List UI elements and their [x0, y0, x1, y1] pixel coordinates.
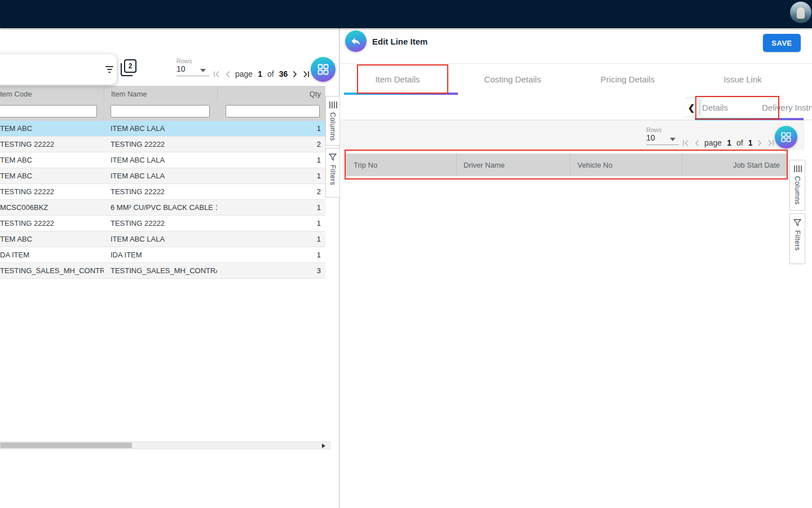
- cell-item-name: ITEM ABC LALA: [104, 168, 217, 183]
- cell-item-name: TESTING 22222: [104, 216, 217, 231]
- columns-tool-label: Columns: [329, 112, 337, 141]
- scroll-right-arrow[interactable]: [322, 444, 325, 448]
- filter-input-item-name[interactable]: [111, 105, 210, 117]
- of-word: of: [267, 69, 274, 78]
- page-current: 1: [727, 138, 731, 147]
- page-word: page: [704, 138, 722, 147]
- pages-count: 2: [124, 59, 136, 73]
- table-row[interactable]: TEM ABC ITEM ABC LALA 1: [0, 121, 325, 137]
- columns-tool-tab[interactable]: Columns: [325, 96, 339, 146]
- cell-item-name: ITEM ABC LALA: [104, 231, 217, 247]
- tab-costing-details[interactable]: Costing Details: [455, 64, 570, 95]
- caret-down-icon: [200, 69, 206, 72]
- table-row[interactable]: TESTING 22222 TESTING 22222 2: [0, 184, 325, 200]
- left-table-body: TEM ABC ITEM ABC LALA 1 TESTING 22222 TE…: [0, 121, 325, 279]
- column-header-job-start-date[interactable]: Job Start Date: [682, 154, 787, 176]
- table-row[interactable]: TESTING 22222 TESTING 22222 1: [0, 216, 325, 231]
- columns-icon: [329, 102, 337, 108]
- last-page-button[interactable]: [303, 71, 310, 78]
- top-navigation-bar: [0, 0, 812, 28]
- grid-icon: [316, 63, 330, 76]
- rows-value: 10: [646, 133, 655, 142]
- grid-icon: [780, 131, 792, 143]
- back-button[interactable]: [345, 30, 367, 52]
- filter-list-icon[interactable]: [105, 65, 113, 73]
- right-pagination: page 1 of 1: [682, 136, 774, 150]
- cell-qty: 3: [217, 263, 325, 278]
- copy-pages-icon[interactable]: 2: [121, 59, 136, 76]
- search-input[interactable]: [3, 61, 105, 78]
- filter-input-item-code[interactable]: [0, 105, 97, 117]
- table-row[interactable]: DA ITEM IDA ITEM 1: [0, 247, 325, 263]
- funnel-icon: [793, 219, 801, 226]
- last-page-button[interactable]: [767, 139, 774, 147]
- cell-item-name: TESTING 22222: [104, 184, 217, 199]
- filters-tool-label: Filters: [793, 230, 801, 251]
- cell-item-code: TEM ABC: [0, 172, 104, 180]
- cell-item-code: TESTING 22222: [0, 219, 104, 227]
- filters-tool-tab[interactable]: Filters: [789, 213, 805, 264]
- cell-qty: 1: [217, 200, 325, 215]
- cell-qty: 1: [217, 152, 325, 168]
- filters-tool-tab[interactable]: Filters: [325, 148, 339, 198]
- chevron-left-icon: ❮: [688, 103, 695, 113]
- grid-view-button[interactable]: [775, 126, 797, 148]
- cell-item-code: TEM ABC: [0, 124, 104, 133]
- left-pagination: page 1 of 36: [213, 67, 310, 81]
- prev-page-button[interactable]: [225, 71, 230, 78]
- left-table-filter-row: [0, 102, 325, 121]
- table-row[interactable]: TESTING 22222 TESTING 22222 2: [0, 137, 325, 152]
- tab-item-details[interactable]: Item Details: [340, 64, 455, 95]
- table-row[interactable]: TESTING_SALES_MH_CONTRACT TESTING_SALES_…: [0, 263, 325, 279]
- first-page-button[interactable]: [682, 139, 689, 147]
- rows-label: Rows: [646, 126, 679, 133]
- cell-item-code: TESTING_SALES_MH_CONTRACT: [0, 266, 104, 275]
- rows-per-page-select[interactable]: 10: [176, 64, 209, 76]
- filters-tool-label: Filters: [329, 165, 337, 185]
- cell-item-code: TEM ABC: [0, 156, 104, 164]
- column-header-item-name[interactable]: Item Name: [104, 86, 217, 102]
- tab-issue-link[interactable]: Issue Link: [685, 64, 800, 95]
- scrollbar-thumb[interactable]: [1, 443, 132, 448]
- table-row[interactable]: TEM ABC ITEM ABC LALA 1: [0, 168, 325, 184]
- next-page-button[interactable]: [293, 71, 298, 78]
- tab-delivery-instruction[interactable]: Delivery Instruction: [753, 95, 812, 120]
- column-header-qty[interactable]: Qty: [217, 86, 325, 102]
- back-arrow-icon: [350, 36, 361, 47]
- prev-page-button[interactable]: [694, 139, 699, 147]
- cell-qty: 1: [217, 247, 325, 262]
- cell-item-code: TEM ABC: [0, 235, 104, 243]
- save-button[interactable]: SAVE: [763, 34, 801, 52]
- page-word: page: [235, 69, 253, 78]
- column-header-item-code[interactable]: tem Code: [0, 90, 104, 98]
- table-row[interactable]: TEM ABC ITEM ABC LALA 1: [0, 231, 325, 247]
- columns-icon: [793, 165, 802, 172]
- tab-pricing-details[interactable]: Pricing Details: [570, 64, 685, 95]
- next-page-button[interactable]: [757, 139, 762, 147]
- tab-scroll-left-button[interactable]: ❮: [684, 99, 699, 116]
- horizontal-scrollbar[interactable]: [0, 441, 330, 449]
- cell-qty: 1: [217, 216, 325, 231]
- cell-item-name: TESTING 22222: [104, 137, 217, 152]
- column-header-trip-no[interactable]: Trip No: [346, 161, 456, 169]
- grid-view-button[interactable]: [311, 57, 336, 82]
- columns-tool-label: Columns: [793, 176, 801, 205]
- table-row[interactable]: MCSC006BKZ 6 MM² CU/PVC BLACK CABLE 1...…: [0, 200, 325, 216]
- page-total: 1: [748, 138, 753, 147]
- cell-item-code: TESTING 22222: [0, 187, 104, 196]
- table-row[interactable]: TEM ABC ITEM ABC LALA 1: [0, 152, 325, 168]
- cell-item-name: IDA ITEM: [104, 247, 217, 262]
- filter-input-qty[interactable]: [226, 105, 320, 117]
- columns-tool-tab[interactable]: Columns: [789, 160, 805, 211]
- funnel-icon: [329, 154, 337, 161]
- first-page-button[interactable]: [213, 71, 220, 78]
- cell-item-code: DA ITEM: [0, 251, 104, 259]
- rows-per-page-select[interactable]: 10: [646, 133, 679, 145]
- cell-qty: 2: [217, 137, 325, 152]
- left-table-header: tem Code Item Name Qty: [0, 86, 325, 102]
- user-avatar[interactable]: [790, 2, 811, 23]
- delivery-table-header: Trip No Driver Name Vehicle No Job Start…: [346, 154, 787, 176]
- page-title: Edit Line Item: [372, 37, 427, 46]
- column-header-driver-name[interactable]: Driver Name: [456, 154, 570, 176]
- column-header-vehicle-no[interactable]: Vehicle No: [570, 154, 682, 176]
